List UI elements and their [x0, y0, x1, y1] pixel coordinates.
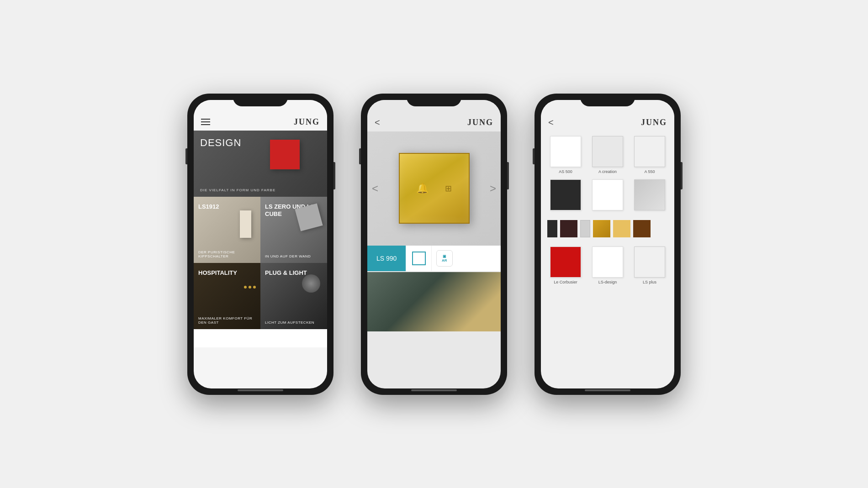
plug-title: PLUG & LIGHT — [265, 269, 307, 277]
design-item-silver[interactable] — [631, 179, 668, 213]
back-button-2[interactable]: < — [375, 117, 380, 128]
bottom-image-strip — [367, 272, 501, 331]
back-button-3[interactable]: < — [548, 117, 554, 128]
phone1-screen: JUNG DESIGN DIE VIELFALT IN FORM UND FAR… — [194, 100, 327, 388]
bell-icon: 🔔 — [416, 183, 429, 194]
design-item-lsplus[interactable]: LS plus — [631, 247, 668, 284]
plug-decoration — [302, 274, 320, 293]
ls1912-subtitle: DER PURISTISCHE KIPPSCHALTER — [198, 250, 260, 258]
notch-3 — [580, 94, 635, 106]
phone3-screen: < JUNG AS 500 A creation A 550 — [541, 100, 674, 388]
tab-frame[interactable] — [406, 246, 431, 271]
label-lsplus: LS plus — [643, 280, 656, 284]
hospitality-cell[interactable]: HOSPITALITY Maximaler Komfort für den Ga… — [194, 263, 260, 329]
design-item-acreation[interactable]: A creation — [589, 136, 626, 174]
swatch-a550 — [634, 136, 665, 167]
gold-switch-plate: 🔔 ⊞ — [399, 153, 470, 224]
product-tabs: LS 990 ▣ AR — [367, 246, 501, 271]
ar-cube-icon: ▣ — [443, 254, 446, 258]
swatch-silver — [634, 179, 665, 210]
home-bar-1 — [238, 389, 283, 391]
grid-row-2: HOSPITALITY Maximaler Komfort für den Ga… — [194, 263, 327, 329]
jung-logo-2: JUNG — [467, 118, 493, 127]
label-as500: AS 500 — [559, 169, 572, 174]
design-grid-row1: AS 500 A creation A 550 — [541, 131, 674, 217]
phone-1: JUNG DESIGN DIE VIELFALT IN FORM UND FAR… — [187, 94, 333, 395]
notch-2 — [407, 94, 461, 106]
grid-row-1: LS1912 DER PURISTISCHE KIPPSCHALTER LS Z… — [194, 197, 327, 263]
lszero-subtitle: IN UND AUF DER WAND — [265, 254, 311, 258]
design-item-white2[interactable] — [589, 179, 626, 213]
design-item-a550[interactable]: A 550 — [631, 136, 668, 174]
switch-icon: ⊞ — [445, 184, 452, 194]
ar-icon: ▣ AR — [436, 250, 453, 267]
ar-label: AR — [442, 258, 447, 262]
lszero-cell[interactable]: LS ZERO UND LS CUBE IN UND AUF DER WAND — [260, 197, 327, 263]
tab-ar[interactable]: ▣ AR — [431, 246, 457, 271]
design-grid-row3: Le Corbusier LS-design LS plus — [541, 242, 674, 289]
design-hero-title: DESIGN — [200, 137, 241, 149]
label-lecorb: Le Corbusier — [554, 280, 577, 284]
phone1-footer — [194, 329, 327, 347]
design-item-dark[interactable] — [547, 179, 584, 213]
ls1912-cell[interactable]: LS1912 DER PURISTISCHE KIPPSCHALTER — [194, 197, 260, 263]
hamburger-icon[interactable] — [201, 119, 210, 125]
color-gold[interactable] — [593, 220, 610, 237]
phone-2: < JUNG < 🔔 ⊞ > LS 990 ▣ AR — [361, 94, 507, 395]
swatch-white2 — [592, 179, 623, 210]
prev-arrow[interactable]: < — [372, 182, 378, 195]
red-square-decoration — [270, 140, 300, 169]
jung-logo-3: JUNG — [641, 118, 667, 127]
home-bar-2 — [411, 389, 457, 391]
plug-subtitle: LICHT ZUM AUFSTECKEN — [265, 320, 314, 325]
swatch-lsdesign — [592, 247, 623, 278]
swatch-dark — [550, 179, 581, 210]
hospitality-lights — [244, 286, 256, 289]
frame-icon — [412, 252, 426, 265]
design-item-lsdesign[interactable]: LS-design — [589, 247, 626, 284]
phone2-screen: < JUNG < 🔔 ⊞ > LS 990 ▣ AR — [367, 100, 501, 388]
design-item-as500[interactable]: AS 500 — [547, 136, 584, 174]
swatch-lsplus — [634, 247, 665, 278]
color-gray-partial[interactable] — [580, 220, 590, 237]
color-brown[interactable] — [633, 220, 651, 237]
label-a550: A 550 — [644, 169, 655, 174]
jung-logo-1: JUNG — [294, 117, 320, 127]
plug-cell[interactable]: PLUG & LIGHT LICHT ZUM AUFSTECKEN — [260, 263, 327, 329]
notch-1 — [233, 94, 288, 106]
hospitality-subtitle: Maximaler Komfort für den Gast — [198, 316, 260, 325]
ls1912-title: LS1912 — [198, 203, 219, 211]
label-acreation: A creation — [598, 169, 617, 174]
swatch-acreation — [592, 136, 623, 167]
label-lsdesign: LS-design — [598, 280, 617, 284]
next-arrow[interactable]: > — [490, 182, 496, 195]
color-darkbrown[interactable] — [560, 220, 577, 237]
color-dark-partial[interactable] — [547, 220, 557, 237]
design-hero-section[interactable]: DESIGN DIE VIELFALT IN FORM UND FARBE — [194, 131, 327, 197]
color-lightyellow[interactable] — [613, 220, 630, 237]
phone-3: < JUNG AS 500 A creation A 550 — [535, 94, 681, 395]
design-hero-subtitle: DIE VIELFALT IN FORM UND FARBE — [200, 188, 275, 192]
swatch-lecorb — [550, 247, 581, 278]
tab-ls990[interactable]: LS 990 — [367, 246, 406, 271]
product-image-area: < 🔔 ⊞ > — [367, 131, 501, 246]
design-item-lecorb[interactable]: Le Corbusier — [547, 247, 584, 284]
swatch-as500 — [550, 136, 581, 167]
home-bar-3 — [585, 389, 630, 391]
hospitality-title: HOSPITALITY — [198, 269, 237, 277]
color-swatch-row — [541, 217, 674, 240]
ls1912-decoration — [240, 210, 251, 238]
